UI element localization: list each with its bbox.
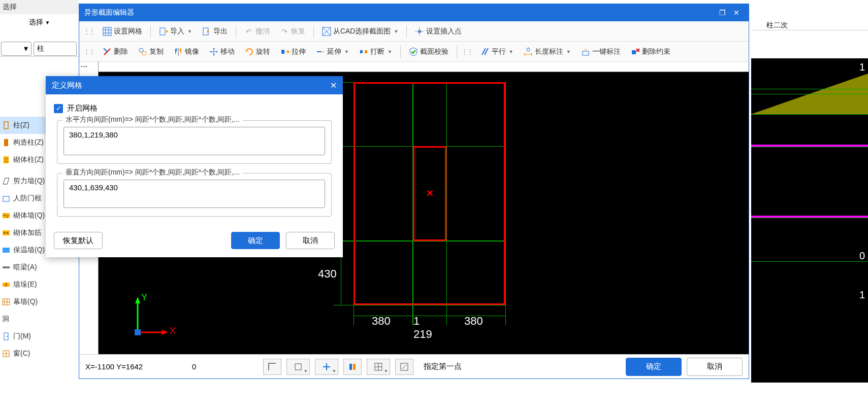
mirror-button[interactable]: 镜像 — [170, 45, 203, 58]
select-dropdown[interactable]: 选择▼ — [0, 14, 79, 30]
snap-rect-button[interactable]: ▼ — [286, 359, 310, 375]
svg-rect-66 — [349, 364, 352, 370]
chevron-down-icon: ▼ — [45, 20, 50, 25]
length-dim-button[interactable]: 长度标注▼ — [520, 45, 575, 58]
auto-dim-icon — [581, 47, 590, 56]
sidebar-item-label: 剪力墙(Q) — [13, 177, 45, 186]
snap-endpoint-button[interactable] — [263, 359, 281, 375]
snap-object-button[interactable] — [395, 359, 413, 375]
category-dropdown[interactable]: 柱 — [34, 42, 77, 56]
shear-wall-icon — [2, 177, 10, 185]
dialog-titlebar[interactable]: 定义网格 ✕ — [46, 76, 343, 94]
dialog-cancel-button[interactable]: 取消 — [286, 232, 335, 249]
beam-icon — [2, 263, 10, 271]
ok-button[interactable]: 确定 — [626, 358, 682, 376]
v-legend: 垂直方向间距(mm)=> 间距*个数,间距,间距*个数,间距,... — [62, 168, 243, 177]
maximize-button[interactable]: ❐ — [715, 9, 729, 17]
from-cad-button[interactable]: 从CAD选择截面图▼ — [318, 25, 402, 38]
svg-rect-26 — [103, 27, 111, 36]
right-tab[interactable]: 柱二次 — [751, 0, 868, 30]
toolbar-main: ⋮⋮ 设置网格 导入▼ 导出 ↶ 撤消 ↷ 恢复 从CAD选择截面图▼ — [79, 21, 749, 42]
import-button[interactable]: 导入▼ — [155, 25, 196, 38]
export-button[interactable]: 导出 — [198, 25, 232, 38]
sidebar-item-masonry-rebar[interactable]: 砌体加筋 — [0, 224, 51, 242]
undo-button[interactable]: ↶ 撤消 — [240, 25, 274, 38]
sidebar-item-label: 窗(C) — [13, 349, 30, 358]
enable-grid-label: 开启网格 — [67, 104, 98, 113]
right-label: 0 — [859, 250, 865, 262]
right-label: 1 — [859, 61, 865, 73]
svg-rect-2 — [4, 156, 9, 163]
sidebar-item-insulation-wall[interactable]: 保温墙(Q) — [0, 242, 51, 259]
move-button[interactable]: 移动 — [205, 45, 239, 58]
axis-indicator: Y X — [130, 294, 176, 340]
snap-ortho-button[interactable] — [343, 359, 362, 375]
snap-plus-button[interactable]: ▼ — [315, 359, 338, 375]
break-button[interactable]: 打断▼ — [355, 45, 396, 58]
parallel-button[interactable]: 平行▼ — [476, 45, 518, 58]
set-insert-point-button[interactable]: 设置插入点 — [411, 25, 466, 38]
auto-dim-button[interactable]: 一键标注 — [577, 45, 625, 58]
delete-constraint-button[interactable]: 删除约束 — [627, 45, 674, 58]
snap-grid-button[interactable]: ▼ — [367, 359, 390, 375]
delete-button[interactable]: 删除 — [99, 45, 132, 58]
status-bar: X=-1100 Y=1642 0 ▼ ▼ ▼ 指定第一点 确定 取消 — [79, 354, 749, 378]
sidebar-item-label: 柱(Z) — [13, 121, 29, 130]
import-icon — [159, 27, 168, 36]
svg-rect-57 — [632, 50, 636, 54]
category-prefix-dropdown[interactable]: ▾ — [1, 42, 31, 56]
extend-button[interactable]: 延伸▼ — [312, 45, 353, 58]
sidebar-item-hidden-beam[interactable]: 暗梁(A) — [0, 259, 51, 276]
toolbar-grip: ⋮⋮ — [83, 27, 97, 35]
del-constraint-icon — [631, 47, 640, 56]
set-grid-button[interactable]: 设置网格 — [99, 25, 146, 38]
svg-point-54 — [527, 48, 530, 51]
move-icon — [209, 47, 218, 56]
grid-icon — [103, 27, 112, 36]
svg-rect-16 — [5, 283, 7, 287]
stretch-button[interactable]: 拉伸 — [276, 45, 310, 58]
dialog-close-button[interactable]: ✕ — [330, 81, 337, 90]
cancel-button[interactable]: 取消 — [687, 358, 743, 376]
horizontal-spacing-group: 水平方向间距(mm)=> 间距*个数,间距,间距*个数,间距,... — [57, 120, 332, 164]
sidebar-item-struct-column[interactable]: 构造柱(Z) — [0, 134, 51, 151]
toolbar-grip: ⋮⋮ — [461, 48, 474, 55]
sidebar-item-door-frame[interactable]: 人防门框 — [0, 190, 51, 207]
copy-button[interactable]: 复制 — [134, 45, 168, 58]
define-grid-dialog: 定义网格 ✕ ✓ 开启网格 水平方向间距(mm)=> 间距*个数,间距,间距*个… — [46, 76, 343, 257]
sidebar-item-door[interactable]: 门(M) — [0, 328, 51, 345]
validate-button[interactable]: 截面校验 — [405, 45, 453, 58]
right-canvas: 1 0 1 — [751, 58, 868, 383]
enable-grid-checkbox[interactable]: ✓ — [54, 104, 63, 113]
restore-default-button[interactable]: 恢复默认 — [54, 232, 103, 249]
sidebar-item-pier[interactable]: 墙垛(E) — [0, 276, 51, 293]
masonry-column-icon — [2, 156, 10, 164]
svg-marker-59 — [135, 297, 140, 303]
dialog-ok-button[interactable]: 确定 — [231, 232, 280, 249]
curtain-wall-icon — [2, 298, 10, 306]
insert-point-marker: ✕ — [426, 188, 434, 199]
svg-rect-14 — [3, 266, 10, 268]
sidebar-item-curtain-wall[interactable]: 幕墙(Q) — [0, 293, 51, 311]
svg-point-11 — [4, 232, 6, 234]
sidebar-item-masonry-wall[interactable]: 砌体墙(Q) — [0, 207, 51, 224]
svg-rect-67 — [353, 364, 356, 370]
right-label: 1 — [859, 289, 865, 301]
sidebar-item-shear-wall[interactable]: 剪力墙(Q) — [0, 173, 51, 190]
redo-button[interactable]: ↷ 恢复 — [276, 25, 309, 38]
sidebar: 柱(Z) 构造柱(Z) 砌体柱(Z) 剪力墙(Q) 人防门框 砌体墙(Q) 砌体… — [0, 117, 51, 362]
window-icon — [2, 350, 10, 358]
insulation-icon — [2, 246, 10, 254]
toolbar-grip: ⋮⋮ — [83, 48, 97, 55]
sidebar-item-masonry-column[interactable]: 砌体柱(Z) — [0, 151, 51, 168]
vertical-spacing-input[interactable] — [63, 180, 325, 208]
horizontal-spacing-input[interactable] — [63, 127, 325, 155]
rotate-button[interactable]: 旋转 — [241, 45, 274, 58]
coord-readout: X=-1100 Y=1642 — [85, 362, 187, 371]
sidebar-item-hole[interactable]: 洞 — [0, 311, 51, 328]
sidebar-item-label: 砌体柱(Z) — [13, 155, 44, 164]
close-button[interactable]: ✕ — [729, 9, 744, 17]
sidebar-item-window[interactable]: 窗(C) — [0, 345, 51, 362]
sidebar-item-column[interactable]: 柱(Z) — [0, 117, 51, 134]
sidebar-item-label: 幕墙(Q) — [13, 297, 38, 306]
